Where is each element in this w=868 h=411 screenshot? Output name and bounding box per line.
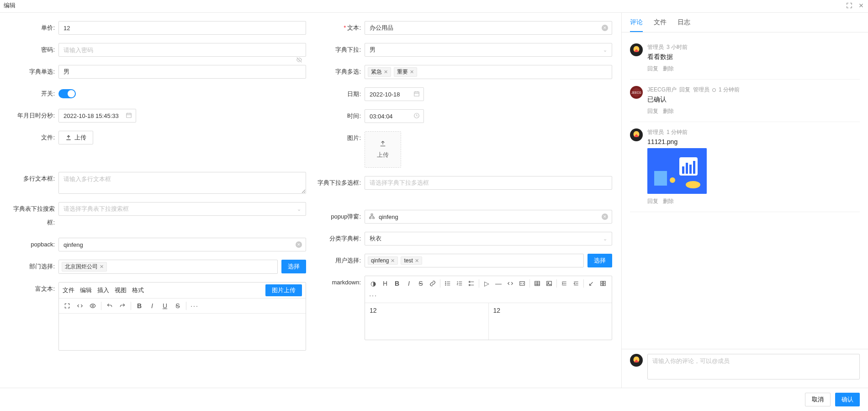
- date-picker[interactable]: 2022-10-18: [365, 87, 424, 101]
- code-icon[interactable]: [74, 300, 85, 311]
- heading-icon[interactable]: H: [380, 278, 391, 289]
- cancel-button[interactable]: 取消: [805, 393, 831, 406]
- image-upload-box[interactable]: 上传: [365, 131, 401, 168]
- dict-multi-tag: 紧急✕: [368, 67, 391, 77]
- close-icon[interactable]: [858, 2, 864, 9]
- menu-view[interactable]: 视图: [115, 286, 127, 294]
- dict-radio-select[interactable]: 男: [58, 65, 306, 79]
- list-ul-icon[interactable]: [442, 278, 453, 289]
- tag-close-icon[interactable]: ✕: [384, 69, 388, 75]
- redo-icon[interactable]: [117, 300, 128, 311]
- italic-icon[interactable]: I: [147, 300, 158, 311]
- hr-icon[interactable]: —: [493, 278, 504, 289]
- markdown-source[interactable]: 12: [365, 303, 488, 340]
- reply-link[interactable]: 回复: [647, 197, 658, 205]
- clear-icon[interactable]: ✕: [296, 241, 302, 248]
- delete-link[interactable]: 删除: [663, 65, 674, 73]
- text-input[interactable]: 办公用品 ✕: [365, 21, 612, 35]
- preview-icon[interactable]: [87, 300, 98, 311]
- tag-close-icon[interactable]: ✕: [415, 258, 419, 264]
- italic-icon[interactable]: I: [403, 278, 414, 289]
- scroll-sync-icon[interactable]: [598, 278, 609, 289]
- outdent-icon[interactable]: [571, 278, 582, 289]
- dict-multi-box[interactable]: 紧急✕ 重要✕: [365, 65, 612, 79]
- more-icon[interactable]: ···: [368, 290, 379, 301]
- label-image: 图片:: [315, 131, 365, 145]
- tag-close-icon[interactable]: ✕: [410, 69, 414, 75]
- svg-rect-11: [469, 284, 470, 285]
- category-tree-select[interactable]: 秋衣⌄: [365, 232, 612, 246]
- popback-input[interactable]: qinfeng ✕: [58, 238, 306, 251]
- side-tabs: 评论 文件 日志: [622, 13, 868, 32]
- strikethrough-icon[interactable]: S: [172, 300, 183, 311]
- unit-price-input[interactable]: [58, 21, 306, 35]
- switch-toggle[interactable]: [58, 89, 76, 98]
- menu-insert[interactable]: 插入: [97, 286, 109, 294]
- clear-icon[interactable]: ✕: [602, 214, 608, 220]
- avatar: [630, 43, 643, 56]
- richtext-image-upload-button[interactable]: 图片上传: [265, 284, 302, 296]
- comment-image[interactable]: [647, 148, 707, 194]
- datetime-picker[interactable]: 2022-10-18 15:45:33: [58, 109, 136, 123]
- fullscreen-icon[interactable]: [846, 2, 852, 9]
- link-icon[interactable]: [427, 278, 438, 289]
- popup-input[interactable]: qinfeng ✕: [365, 210, 612, 224]
- dept-tag: 北京国炬公司✕: [62, 262, 107, 272]
- tab-logs[interactable]: 日志: [677, 18, 690, 32]
- dept-select-box[interactable]: 北京国炬公司✕: [58, 260, 278, 274]
- more-icon[interactable]: ···: [189, 300, 200, 311]
- dict-search-select[interactable]: 请选择字典表下拉搜索框⌄: [58, 202, 306, 216]
- delete-link[interactable]: 删除: [663, 197, 674, 205]
- file-upload-button[interactable]: 上传: [58, 131, 93, 144]
- line-break-icon[interactable]: ↙: [586, 278, 597, 289]
- dict-dropdown-select[interactable]: 男⌄: [365, 43, 612, 57]
- table-icon[interactable]: [532, 278, 543, 289]
- avatar: [630, 128, 643, 141]
- reply-link[interactable]: 回复: [647, 65, 658, 73]
- menu-edit[interactable]: 编辑: [80, 286, 92, 294]
- markdown-toolbar: ◑ H B I S ▷: [365, 276, 612, 303]
- svg-rect-25: [689, 165, 692, 174]
- richtext-content[interactable]: [59, 314, 306, 350]
- eye-off-icon[interactable]: [296, 57, 302, 64]
- comment-input-row: 请输入你的评论，可以@成员: [622, 349, 868, 388]
- menu-file[interactable]: 文件: [63, 286, 74, 294]
- chevron-down-icon: ⌄: [603, 236, 607, 242]
- indent-icon[interactable]: [559, 278, 570, 289]
- comment-text: 11121.png: [647, 138, 860, 145]
- dept-select-button[interactable]: 选择: [281, 260, 306, 273]
- bold-icon[interactable]: B: [134, 300, 145, 311]
- underline-icon[interactable]: U: [159, 300, 170, 311]
- ok-button[interactable]: 确认: [835, 393, 860, 406]
- fullscreen-icon[interactable]: [62, 300, 73, 311]
- clear-icon[interactable]: ✕: [602, 25, 608, 31]
- logo-icon[interactable]: ◑: [368, 278, 379, 289]
- list-ol-icon[interactable]: [454, 278, 465, 289]
- dict-multi-dropdown-select[interactable]: 请选择字典下拉多选框: [365, 176, 612, 190]
- strikethrough-icon[interactable]: S: [415, 278, 426, 289]
- comment-author: 管理员: [647, 43, 664, 51]
- codeblock-icon[interactable]: [517, 278, 528, 289]
- menu-format[interactable]: 格式: [132, 286, 144, 294]
- bold-icon[interactable]: B: [392, 278, 402, 289]
- delete-link[interactable]: 删除: [663, 107, 674, 115]
- comment-item: JEECG JEECG用户 回复 管理员 1 分钟前 已确认 回复删除: [630, 80, 860, 122]
- quote-icon[interactable]: ▷: [481, 278, 492, 289]
- undo-icon[interactable]: [104, 300, 115, 311]
- user-select-box[interactable]: qinfeng✕ test✕: [365, 254, 584, 267]
- label-switch: 开关:: [9, 87, 58, 101]
- textarea-input[interactable]: [58, 172, 306, 194]
- user-select-button[interactable]: 选择: [587, 254, 612, 267]
- code-icon[interactable]: [505, 278, 516, 289]
- time-picker[interactable]: 03:04:04: [365, 109, 424, 123]
- tab-files[interactable]: 文件: [654, 18, 667, 32]
- tag-close-icon[interactable]: ✕: [100, 264, 104, 270]
- tag-close-icon[interactable]: ✕: [391, 258, 395, 264]
- image-icon[interactable]: [544, 278, 555, 289]
- tab-comments[interactable]: 评论: [630, 18, 643, 32]
- password-input[interactable]: [58, 43, 306, 57]
- svg-rect-21: [654, 171, 667, 186]
- reply-link[interactable]: 回复: [647, 107, 658, 115]
- comment-input[interactable]: 请输入你的评论，可以@成员: [647, 354, 860, 379]
- checklist-icon[interactable]: [466, 278, 477, 289]
